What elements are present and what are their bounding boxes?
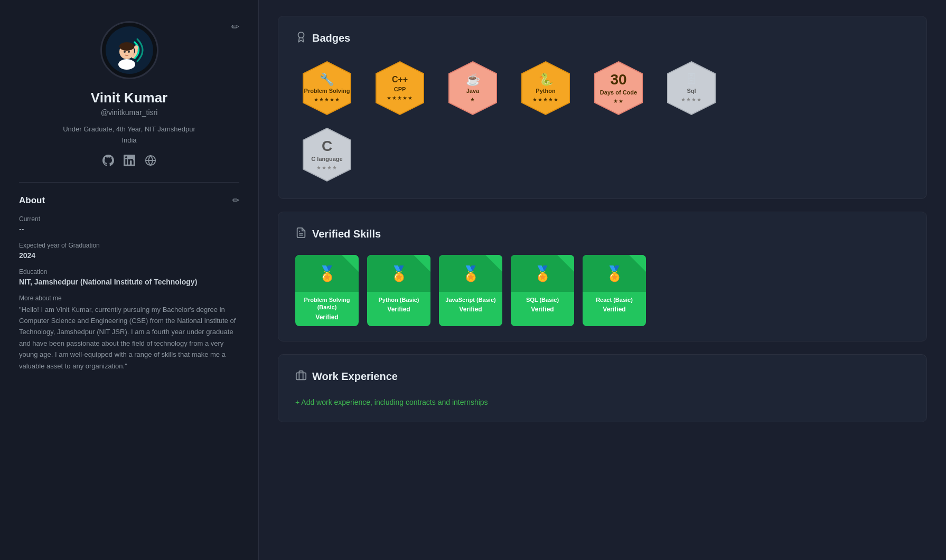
svg-point-3	[119, 42, 134, 51]
skill-ps-top: 🏅	[295, 255, 359, 292]
badges-list-row2: C C language ★★★★	[295, 126, 910, 184]
edit-profile-icon[interactable]: ✏	[231, 21, 239, 33]
avatar	[100, 21, 158, 79]
linkedin-link[interactable]	[124, 155, 135, 169]
svg-point-9	[298, 32, 304, 38]
ps-badge-label: Problem Solving	[304, 88, 350, 94]
skill-python-icon: 🏅	[390, 265, 408, 282]
sidebar: ✏	[0, 0, 259, 560]
profile-meta: Under Graduate, 4th Year, NIT Jamshedpur…	[19, 124, 239, 146]
more-about-label: More about me	[19, 295, 239, 302]
skill-sql-top: 🏅	[511, 255, 574, 292]
skill-sql-verified: Verified	[511, 306, 574, 313]
skill-react-name: React (Basic)	[583, 292, 646, 306]
graduation-label: Expected year of Graduation	[19, 242, 239, 249]
work-title-row: Work Experience	[295, 369, 910, 384]
python-badge-stars: ★★★★★	[532, 97, 559, 102]
badge-30days: 30 Days of Code ★★	[587, 59, 650, 117]
java-badge-label: Java	[466, 88, 479, 94]
skill-react: 🏅 React (Basic) Verified	[583, 255, 646, 326]
skill-sql-name: SQL (Basic)	[511, 292, 574, 306]
skill-python: 🏅 Python (Basic) Verified	[367, 255, 430, 326]
work-experience-card: Work Experience + Add work experience, i…	[278, 354, 927, 422]
svg-point-6	[134, 45, 138, 50]
badges-title-row: Badges	[295, 31, 910, 45]
30days-badge-stars: ★★	[613, 98, 624, 104]
python-badge-icon: 🐍	[539, 74, 553, 86]
work-section-icon	[295, 369, 307, 384]
badges-title: Badges	[312, 32, 350, 44]
svg-point-5	[128, 51, 130, 53]
current-value: --	[19, 225, 239, 233]
skill-react-verified: Verified	[583, 306, 646, 313]
30days-badge-label: Days of Code	[600, 89, 637, 96]
badges-card: Badges 🔧 Problem Solving ★★★★★	[278, 16, 927, 199]
skills-title-row: Verified Skills	[295, 227, 910, 241]
profile-meta-line1: Under Graduate, 4th Year, NIT Jamshedpur	[63, 125, 195, 133]
cpp-badge-stars: ★★★★★	[387, 95, 413, 101]
main-content: Badges 🔧 Problem Solving ★★★★★	[259, 0, 946, 560]
sql-badge-label: Sql	[687, 88, 696, 94]
cpp-badge-label: CPP	[394, 86, 406, 93]
ps-badge-stars: ★★★★★	[314, 97, 340, 102]
graduation-value: 2024	[19, 251, 239, 260]
verified-skills-card: Verified Skills 🏅 Problem Solving (Basic…	[278, 212, 927, 341]
bio-text: "Hello! I am Vinit Kumar, currently purs…	[19, 304, 239, 372]
skills-section-icon	[295, 227, 307, 241]
java-badge-icon: ☕	[466, 74, 480, 86]
about-header: About ✏	[19, 195, 239, 206]
skill-javascript: 🏅 JavaScript (Basic) Verified	[439, 255, 502, 326]
skill-react-top: 🏅	[583, 255, 646, 292]
badge-cpp: C++ CPP ★★★★★	[368, 59, 432, 117]
social-links	[19, 155, 239, 169]
c-badge-stars: ★★★★	[316, 165, 338, 170]
skills-list: 🏅 Problem Solving (Basic) Verified 🏅 Pyt…	[295, 255, 910, 326]
python-badge-label: Python	[536, 88, 555, 94]
work-title: Work Experience	[312, 371, 398, 383]
c-badge-icon: C	[322, 139, 332, 154]
website-link[interactable]	[145, 155, 156, 169]
svg-rect-19	[296, 373, 306, 379]
skill-js-top: 🏅	[439, 255, 502, 292]
skill-python-verified: Verified	[367, 306, 430, 313]
skill-react-icon: 🏅	[605, 265, 624, 282]
skill-sql: 🏅 SQL (Basic) Verified	[511, 255, 574, 326]
ps-badge-icon: 🔧	[320, 74, 334, 86]
java-badge-stars: ★	[470, 97, 475, 102]
current-label: Current	[19, 215, 239, 223]
badge-problem-solving: 🔧 Problem Solving ★★★★★	[295, 59, 359, 117]
skills-title: Verified Skills	[312, 228, 381, 240]
skill-sql-icon: 🏅	[533, 265, 552, 282]
avatar-container	[19, 21, 239, 79]
badges-list: 🔧 Problem Solving ★★★★★ C++ CPP ★★★★★	[295, 59, 910, 117]
profile-meta-line2: India	[121, 136, 136, 144]
skill-ps-verified: Verified	[295, 314, 359, 321]
badge-c-language: C C language ★★★★	[295, 126, 359, 184]
skill-ps-name: Problem Solving (Basic)	[295, 292, 359, 314]
svg-point-1	[118, 59, 135, 70]
profile-divider	[19, 182, 239, 183]
skill-python-name: Python (Basic)	[367, 292, 430, 306]
education-value: NIT, Jamshedpur (National Institute of T…	[19, 278, 239, 286]
svg-point-4	[124, 51, 126, 53]
profile-username: @vinitkumar_tisri	[19, 108, 239, 117]
github-link[interactable]	[102, 155, 114, 169]
cpp-badge-icon: C++	[392, 75, 408, 84]
30days-badge-icon: 30	[610, 72, 626, 87]
sql-badge-stars: ★★★★	[681, 97, 702, 102]
badge-java: ☕ Java ★	[441, 59, 504, 117]
add-work-experience-link[interactable]: + Add work experience, including contrac…	[295, 398, 488, 406]
badges-section-icon	[295, 31, 307, 45]
skill-ps-icon: 🏅	[318, 265, 336, 282]
badge-python: 🐍 Python ★★★★★	[514, 59, 577, 117]
badge-sql: 🗄 Sql ★★★★	[660, 59, 723, 117]
about-title: About	[19, 195, 45, 206]
profile-name: Vinit Kumar	[19, 90, 239, 106]
about-edit-icon[interactable]: ✏	[232, 195, 239, 205]
skill-problem-solving: 🏅 Problem Solving (Basic) Verified	[295, 255, 359, 326]
skill-python-top: 🏅	[367, 255, 430, 292]
education-label: Education	[19, 268, 239, 276]
c-badge-label: C language	[311, 156, 342, 163]
skill-js-name: JavaScript (Basic)	[439, 292, 502, 306]
sql-badge-icon: 🗄	[686, 74, 697, 86]
